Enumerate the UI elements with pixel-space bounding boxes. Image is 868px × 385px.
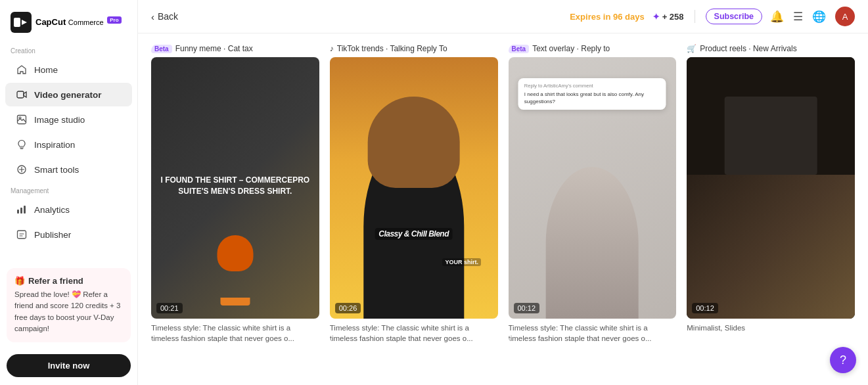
card-1-title: Funny meme · Cat tax: [175, 44, 253, 53]
person-3-silhouette: [546, 167, 639, 319]
card-3-thumbnail: Reply to ArtisticAmy's comment I need a …: [509, 57, 677, 319]
cards-grid: Beta Funny meme · Cat tax I FOUND THE SH…: [138, 34, 868, 385]
dog-body: [220, 298, 250, 306]
main-content: ‹ Back Expires in 96 days ✦ + 258 Subscr…: [138, 0, 868, 385]
separator: [695, 10, 695, 23]
logo-text: CapCut Commerce Pro: [35, 17, 122, 28]
logo-area: CapCut Commerce Pro: [0, 8, 137, 42]
your-shirt-text: YOUR shirt.: [442, 258, 481, 266]
credits-display: ✦ + 258: [652, 12, 684, 22]
publisher-icon: [16, 229, 28, 240]
invite-now-button[interactable]: Invite now: [7, 354, 131, 377]
sidebar-item-publisher[interactable]: Publisher: [5, 223, 132, 246]
svg-rect-6: [20, 208, 22, 214]
card-product-reels[interactable]: 🛒 Product reels · New Arrivals 00:12 Min…: [687, 44, 855, 344]
sidebar-item-image-studio[interactable]: Image studio: [5, 108, 132, 131]
refer-title: 🎁 Refer a friend: [14, 276, 123, 286]
card-2-description: Timeless style: The classic white shirt …: [330, 323, 498, 344]
beta-badge-1: Beta: [151, 45, 172, 53]
card-3-description: Timeless style: The classic white shirt …: [509, 323, 677, 344]
card-4-title: Product reels · New Arrivals: [700, 44, 796, 53]
refer-description: Spread the love! 💝 Refer a friend and sc…: [14, 289, 123, 334]
person-head: [367, 97, 460, 188]
thumb-4-product: [687, 175, 855, 319]
inspiration-icon: [16, 139, 28, 150]
card-2-duration: 00:26: [335, 303, 361, 313]
subscribe-button[interactable]: Subscribe: [706, 9, 762, 24]
sidebar-item-analytics-label: Analytics: [34, 205, 70, 215]
video-generator-icon: [16, 89, 28, 101]
card-tiktok-trends[interactable]: ♪ TikTok trends · Talking Reply To Class…: [330, 44, 498, 344]
credits-value: + 258: [662, 12, 684, 22]
notification-icon[interactable]: 🔔: [770, 10, 784, 24]
image-studio-icon: [16, 114, 28, 125]
sidebar-item-inspiration-label: Inspiration: [34, 140, 75, 150]
sidebar-item-publisher-label: Publisher: [34, 230, 71, 240]
svg-rect-0: [14, 18, 20, 27]
language-icon[interactable]: 🌐: [812, 10, 826, 24]
help-button[interactable]: ?: [830, 347, 856, 373]
management-section-label: Management: [0, 182, 137, 197]
sidebar-item-home[interactable]: Home: [5, 58, 132, 81]
home-icon: [16, 64, 28, 76]
creation-section-label: Creation: [0, 42, 137, 57]
card-text-overlay[interactable]: Beta Text overlay · Reply to Reply to Ar…: [509, 44, 677, 344]
reply-body: I need a shirt that looks great but is a…: [524, 91, 660, 105]
card-3-label: Beta Text overlay · Reply to: [509, 44, 677, 57]
beta-badge-3: Beta: [509, 45, 530, 53]
card-4-description: Minimalist, Slides: [687, 323, 855, 333]
card-3-title: Text overlay · Reply to: [532, 44, 610, 53]
back-label: Back: [158, 11, 178, 22]
card-1-overlay-text: I FOUND THE SHIRT – COMMERCEPRO SUITE'S …: [160, 175, 311, 197]
header-icons: 🔔 ☰ 🌐 A: [770, 7, 855, 26]
card-1-duration: 00:21: [156, 303, 183, 313]
sidebar-item-home-label: Home: [34, 65, 58, 75]
card-1-description: Timeless style: The classic white shirt …: [151, 323, 319, 344]
card-4-thumbnail: 00:12: [687, 57, 855, 319]
smart-tools-icon: [16, 164, 28, 175]
expires-text: Expires in 96 days: [570, 12, 644, 22]
svg-rect-5: [17, 210, 19, 214]
svg-rect-1: [17, 91, 24, 98]
dog-figure: [217, 235, 253, 271]
card-2-thumbnail: Classy & Chill Blend YOUR shirt. 00:26: [330, 57, 498, 319]
card-4-label: 🛒 Product reels · New Arrivals: [687, 44, 855, 57]
card-1-thumbnail: I FOUND THE SHIRT – COMMERCEPRO SUITE'S …: [151, 57, 319, 319]
plus-icon: ✦: [652, 12, 660, 22]
sidebar-item-video-generator[interactable]: Video generator: [5, 83, 132, 106]
svg-rect-8: [18, 231, 26, 238]
sidebar: CapCut Commerce Pro Creation Home Video …: [0, 0, 138, 385]
card-4-duration: 00:12: [692, 303, 718, 313]
analytics-icon: [16, 204, 28, 215]
avatar[interactable]: A: [835, 7, 855, 26]
card-1-label: Beta Funny meme · Cat tax: [151, 44, 319, 57]
product-overlay: [725, 97, 817, 175]
svg-rect-7: [24, 206, 26, 214]
logo-icon: [11, 12, 32, 33]
menu-icon[interactable]: ☰: [793, 10, 803, 24]
card-2-label: ♪ TikTok trends · Talking Reply To: [330, 44, 498, 57]
product-reels-icon: 🛒: [687, 44, 697, 53]
back-chevron-icon: ‹: [151, 11, 154, 22]
tiktok-icon: ♪: [330, 44, 334, 53]
card-3-duration: 00:12: [514, 303, 540, 313]
reply-bubble: Reply to ArtisticAmy's comment I need a …: [518, 78, 666, 110]
card-funny-meme[interactable]: Beta Funny meme · Cat tax I FOUND THE SH…: [151, 44, 319, 344]
reply-header: Reply to ArtisticAmy's comment: [524, 83, 660, 89]
header: ‹ Back Expires in 96 days ✦ + 258 Subscr…: [138, 0, 868, 34]
sidebar-item-video-label: Video generator: [34, 90, 102, 100]
sidebar-item-smart-tools[interactable]: Smart tools: [5, 158, 132, 181]
sidebar-item-inspiration[interactable]: Inspiration: [5, 133, 132, 156]
back-button[interactable]: ‹ Back: [151, 11, 178, 22]
card-2-title: TikTok trends · Talking Reply To: [337, 44, 447, 53]
sidebar-item-image-label: Image studio: [34, 115, 85, 125]
sidebar-item-analytics[interactable]: Analytics: [5, 198, 132, 221]
card-2-overlay: Classy & Chill Blend: [375, 228, 453, 240]
refer-friend-box: 🎁 Refer a friend Spread the love! 💝 Refe…: [7, 268, 131, 342]
sidebar-item-smart-label: Smart tools: [34, 165, 79, 175]
